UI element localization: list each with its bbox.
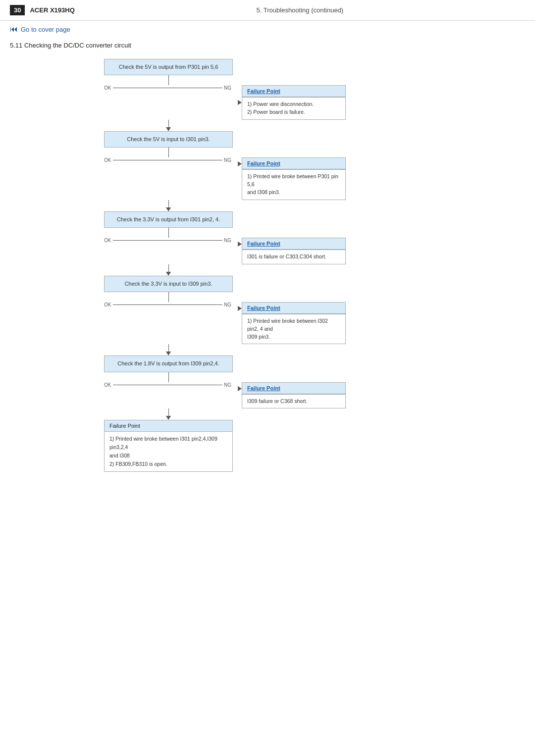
step-1-failure-line-2: 2) Power board is failure. (247, 109, 305, 115)
step-1-arrow-right (238, 100, 242, 105)
step-1-ok-label: OK (104, 85, 111, 91)
step-4-ng-hline (113, 304, 222, 305)
step-2-arrow-right (238, 161, 242, 166)
step-1-left: OK NG (104, 75, 233, 91)
cover-link-label: Go to cover page (21, 26, 70, 33)
step-2-ng-hline (113, 160, 222, 160)
step-2-block: Check the 5V is input to I301 pin3. OK N… (104, 131, 461, 211)
flowchart: Check the 5V is output from P301 pin 5,6… (104, 59, 461, 472)
step-3-ok-label: OK (104, 238, 111, 243)
step-5-failure-header: Failure Point (242, 382, 346, 394)
final-failure-header: Failure Point (105, 420, 232, 432)
step-3-content: OK NG Failure Point I301 is failure or C… (104, 228, 461, 264)
final-failure-line-3: 2) FB309,FB310 is open. (109, 461, 167, 467)
step-2-failure-line-2: and I308 pin3. (247, 189, 280, 195)
final-failure-line-1: 1) Printed wire broke between I301 pin2,… (109, 436, 217, 450)
step-5-ng-label: NG (222, 382, 233, 388)
step-1-failure-header: Failure Point (242, 85, 346, 97)
step-1-ng-hline (113, 88, 222, 88)
cover-icon: ⏮ (10, 25, 18, 34)
step-2-right: Failure Point 1) Printed wire broke betw… (238, 157, 346, 200)
step-5-failure-detail: I309 failure or C368 short. (242, 394, 346, 409)
step-2-ok-label: OK (104, 157, 111, 163)
section-title: 5.11 Checking the DC/DC converter circui… (0, 38, 535, 59)
step-2-left: OK NG (104, 148, 233, 163)
step-5-box: Check the 1.8V is output from I309 pin2,… (104, 355, 233, 372)
step-1-ng-label: NG (222, 85, 233, 91)
step-4-left: OK NG (104, 292, 233, 307)
step-4-ng-row: OK NG (104, 302, 233, 307)
step-3-left: OK NG (104, 228, 233, 243)
step-5-arrow-down (166, 416, 171, 420)
step-2-ng-row: OK NG (104, 157, 233, 163)
step-1-box: Check the 5V is output from P301 pin 5,6 (104, 59, 233, 75)
final-failure-detail: 1) Printed wire broke between I301 pin2,… (105, 432, 232, 471)
step-3-ng-hline (113, 240, 222, 241)
page-number: 30 (10, 5, 25, 15)
step-5-right: Failure Point I309 failure or C368 short… (238, 382, 346, 409)
final-failure-block: Failure Point 1) Printed wire broke betw… (104, 420, 233, 471)
step-3-ng-label: NG (222, 238, 233, 243)
step-2-ng-label: NG (222, 157, 233, 163)
step-4-arrow-right (238, 306, 242, 311)
step-2-arrow-down (166, 207, 171, 211)
cover-page-link[interactable]: ⏮ Go to cover page (0, 21, 535, 38)
step-3-block: Check the 3.3V is output from I301 pin2,… (104, 211, 461, 276)
step-4-right: Failure Point 1) Printed wire broke betw… (238, 302, 346, 344)
step-5-arrow-right (238, 386, 242, 391)
step-3-box: Check the 3.3V is output from I301 pin2,… (104, 211, 233, 228)
step-5-block: Check the 1.8V is output from I309 pin2,… (104, 355, 461, 420)
step-1-right: Failure Point 1) Power wire disconnectio… (238, 85, 346, 120)
step-2-failure-line-1: 1) Printed wire broke between P301 pin 5… (247, 173, 338, 187)
step-2-failure-detail: 1) Printed wire broke between P301 pin 5… (242, 169, 346, 200)
step-5-left: OK NG (104, 372, 233, 388)
step-5-ok-label: OK (104, 382, 111, 388)
step-3-failure-header: Failure Point (242, 238, 346, 250)
step-4-failure-line-1: 1) Printed wire broke between I302 pin2,… (247, 318, 328, 332)
step-4-block: Check the 3.3V is input to I309 pin3. OK… (104, 276, 461, 356)
page-header: 30 ACER X193HQ 5. Troubleshooting (conti… (0, 0, 535, 21)
step-4-failure-line-2: I309 pin3. (247, 334, 270, 340)
step-1-failure-detail: 1) Power wire disconnection. 2) Power bo… (242, 97, 346, 120)
step-4-content: OK NG Failure Point 1) Printed wire brok… (104, 292, 461, 344)
step-3-failure-detail: I301 is failure or C303,C304 short. (242, 250, 346, 264)
step-5-failure-line-1: I309 failure or C368 short. (247, 398, 307, 404)
step-3-ng-row: OK NG (104, 238, 233, 243)
step-2-box: Check the 5V is input to I301 pin3. (104, 131, 233, 148)
step-4-failure-header: Failure Point (242, 302, 346, 314)
step-4-arrow-down (166, 352, 171, 355)
step-1-arrow-down (166, 127, 171, 131)
step-4-failure-detail: 1) Printed wire broke between I302 pin2,… (242, 314, 346, 344)
step-3-right: Failure Point I301 is failure or C303,C3… (238, 238, 346, 264)
step-3-arrow-right (238, 242, 242, 247)
step-2-content: OK NG Failure Point 1) Printed wire brok… (104, 148, 461, 200)
step-3-failure-line-1: I301 is failure or C303,C304 short. (247, 253, 326, 259)
step-4-ok-label: OK (104, 302, 111, 307)
final-failure-box: Failure Point 1) Printed wire broke betw… (104, 420, 233, 471)
diagram-area: Check the 5V is output from P301 pin 5,6… (0, 59, 535, 492)
step-5-content: OK NG Failure Point I309 failure or C368… (104, 372, 461, 409)
step-2-failure-header: Failure Point (242, 157, 346, 169)
step-1-failure-line-1: 1) Power wire disconnection. (247, 101, 314, 107)
section-header-title: 5. Troubleshooting (continued) (75, 6, 525, 14)
step-4-box: Check the 3.3V is input to I309 pin3. (104, 276, 233, 292)
step-5-ng-row: OK NG (104, 382, 233, 388)
step-3-arrow-down (166, 272, 171, 276)
step-1-content: OK NG Failure Point 1) Power wire discon… (104, 75, 461, 120)
step-1-ng-row: OK NG (104, 85, 233, 91)
final-failure-line-2: and I308 (109, 453, 130, 458)
model-name: ACER X193HQ (30, 6, 74, 14)
step-1-block: Check the 5V is output from P301 pin 5,6… (104, 59, 461, 131)
step-4-ng-label: NG (222, 302, 233, 307)
step-5-ng-hline (113, 385, 222, 385)
